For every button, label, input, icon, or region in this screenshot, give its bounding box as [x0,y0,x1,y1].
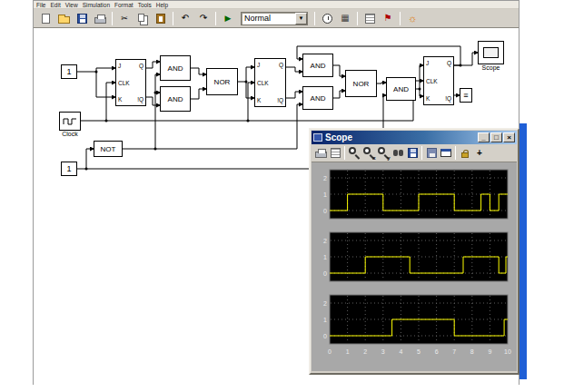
x-tick-label: 2 [363,348,367,355]
menu-help[interactable]: Help [156,2,168,8]
wire-junction [85,168,88,171]
undo-icon[interactable]: ↶ [176,10,194,26]
port-label-k: K [426,95,438,102]
start-simulation-icon[interactable]: ▶ [219,10,237,26]
block-label: 1 [66,67,71,76]
floating-scope-icon [440,149,451,157]
and-gate-1[interactable]: AND [160,55,191,81]
new-model-icon[interactable] [36,10,54,26]
and-gate-4[interactable]: AND [302,86,333,110]
zoom-icon[interactable] [347,146,361,161]
wire-junction [419,88,421,91]
and-gate-5[interactable]: AND [386,77,416,101]
wire-25[interactable] [454,53,478,65]
scope-window-icon [313,133,322,142]
jk-flipflop-3[interactable]: JCLKKQ!Q [423,56,454,105]
dropdown-arrow-icon[interactable]: ▼ [295,13,307,24]
not-gate[interactable]: NOT [94,141,123,157]
open-model-icon[interactable] [54,10,73,26]
and-gate-2[interactable]: AND [160,86,191,112]
model-browser-icon[interactable]: ⚑ [379,10,397,26]
jk-flipflop-1[interactable]: JCLKKQ!Q [115,59,146,106]
x-tick-label: 10 [504,348,511,355]
floating-scope-icon[interactable] [439,146,453,161]
save-model-icon[interactable] [73,10,91,26]
menu-view[interactable]: View [65,2,78,8]
wire-3[interactable] [81,83,115,121]
wire-6[interactable] [146,62,160,68]
block-label: AND [168,64,183,73]
toolbar-separator [173,12,173,25]
wire-10[interactable] [191,68,206,74]
display-block[interactable]: ≡ [460,88,472,103]
wire-15[interactable] [286,92,302,98]
and-gate-3[interactable]: AND [302,54,333,77]
restore-axes-settings-icon[interactable] [424,146,439,161]
maximize-button[interactable]: □ [490,132,502,142]
scope-axes-1[interactable]: 012 [315,167,513,223]
simulation-time-icon [322,14,332,24]
scope-window-title: Scope [325,132,474,142]
menu-tools[interactable]: Tools [138,2,152,8]
signal-selection-icon[interactable]: + [472,146,487,161]
cut-icon[interactable]: ✂ [115,10,134,26]
clock-block[interactable]: Clock [59,112,81,131]
lock-axes-icon[interactable] [458,146,472,161]
toolbar-separator [421,146,422,160]
wire-7[interactable] [146,97,160,105]
signal-selection-icon: + [477,149,482,158]
menu-format[interactable]: Format [114,2,134,8]
wire-20[interactable] [377,83,386,83]
simulation-time-icon[interactable] [318,10,336,26]
wire-23[interactable] [416,65,423,89]
wire-18[interactable] [333,65,345,76]
toolbar-separator [215,12,216,25]
wire-21[interactable] [77,149,94,169]
port-label-not-q: !Q [277,97,283,103]
print-icon[interactable] [313,146,328,161]
zoom-y-icon: y [378,147,390,159]
zoom-y-icon[interactable]: y [376,146,391,161]
block-label: NOR [214,78,231,86]
x-tick-label: 6 [435,348,439,355]
print-icon[interactable] [91,10,109,26]
scope-block[interactable]: Scope [478,41,504,64]
menu-edit[interactable]: Edit [50,2,60,8]
y-tick-label: 0 [323,333,327,339]
menu-file[interactable]: File [36,2,45,8]
port-label-j: J [257,62,269,68]
block-label: NOR [353,80,370,88]
build-all-icon[interactable]: ☼ [403,10,421,26]
menu-simulation[interactable]: Simulation [83,2,110,8]
jk-flipflop-2[interactable]: JCLKKQ!Q [254,58,286,107]
wire-12[interactable] [238,67,254,82]
y-tick-label: 1 [323,317,327,323]
close-button[interactable]: × [503,132,515,142]
nor-gate-2[interactable]: NOR [345,70,377,97]
redo-icon[interactable]: ↷ [194,10,213,26]
paste-icon[interactable] [152,10,170,26]
wire-13[interactable] [246,82,254,98]
simulation-mode-dropdown[interactable]: Normal ▼ [241,12,308,25]
constant-2[interactable]: 1 [61,162,77,176]
wire-19[interactable] [333,91,345,98]
library-browser-icon[interactable] [361,10,379,26]
toolbar-separator [357,12,358,25]
minimize-button[interactable]: _ [478,132,490,142]
nor-gate-1[interactable]: NOR [206,68,238,95]
output-chart-icon[interactable]: ▦ [336,10,354,26]
wire-11[interactable] [191,89,206,99]
scope-axes-3[interactable]: 012012345678910 [315,292,513,361]
autoscale-icon[interactable] [391,146,405,161]
save-axes-settings-icon[interactable] [405,146,420,161]
scope-titlebar[interactable]: Scope _□× [312,131,517,144]
toolbar-separator [344,146,345,160]
parameters-icon[interactable] [328,146,342,161]
constant-1[interactable]: 1 [61,64,77,79]
zoom-x-icon[interactable]: x [361,146,376,161]
copy-icon[interactable] [134,10,152,26]
wire-14[interactable] [286,67,302,72]
port-label-j: J [426,60,438,66]
wire-junction [154,148,157,151]
scope-axes-2[interactable]: 012 [315,230,513,286]
